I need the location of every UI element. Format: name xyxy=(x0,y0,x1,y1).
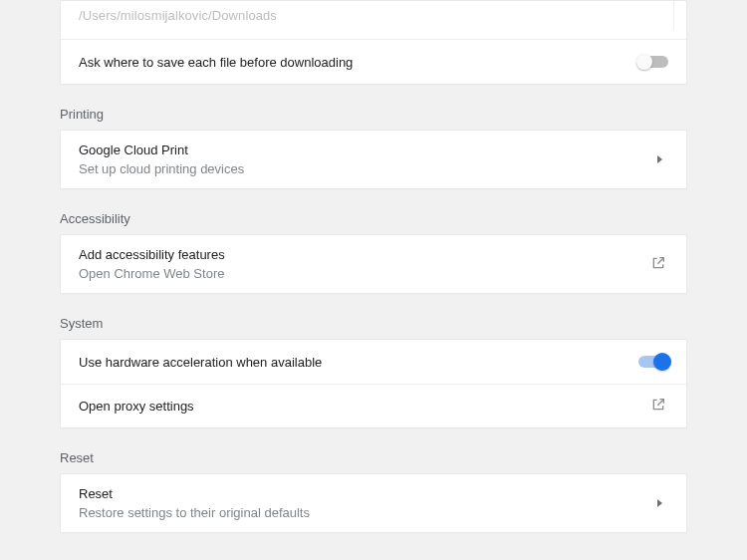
download-location-path: /Users/milosmijalkovic/Downloads xyxy=(79,8,277,23)
accessibility-add-label: Add accessibility features xyxy=(79,247,225,262)
download-location-row: /Users/milosmijalkovic/Downloads xyxy=(61,1,686,40)
cloud-print-sub: Set up cloud printing devices xyxy=(79,161,244,176)
divider xyxy=(673,1,674,29)
google-cloud-print-row[interactable]: Google Cloud Print Set up cloud printing… xyxy=(61,131,686,188)
add-accessibility-row[interactable]: Add accessibility features Open Chrome W… xyxy=(61,235,686,293)
printing-section-title: Printing xyxy=(60,89,687,130)
ask-where-to-save-row: Ask where to save each file before downl… xyxy=(61,40,686,84)
open-proxy-settings-row[interactable]: Open proxy settings xyxy=(61,384,686,427)
ask-where-label: Ask where to save each file before downl… xyxy=(79,55,353,70)
hw-accel-label: Use hardware acceleration when available xyxy=(79,355,322,370)
reset-row[interactable]: Reset Restore settings to their original… xyxy=(61,474,686,532)
external-link-icon xyxy=(650,255,668,274)
chevron-right-icon xyxy=(657,155,662,163)
hardware-acceleration-toggle[interactable] xyxy=(638,356,668,368)
accessibility-add-sub: Open Chrome Web Store xyxy=(79,266,225,281)
ask-where-toggle[interactable] xyxy=(638,56,668,68)
hardware-acceleration-row: Use hardware acceleration when available xyxy=(61,340,686,384)
reset-section-title: Reset xyxy=(60,432,687,473)
chevron-right-icon xyxy=(657,499,662,507)
proxy-label: Open proxy settings xyxy=(79,399,194,414)
reset-label: Reset xyxy=(79,486,310,501)
external-link-icon xyxy=(650,397,668,416)
system-section-title: System xyxy=(60,298,687,339)
cloud-print-label: Google Cloud Print xyxy=(79,142,244,157)
printing-card: Google Cloud Print Set up cloud printing… xyxy=(60,130,687,189)
reset-card: Reset Restore settings to their original… xyxy=(60,473,687,533)
accessibility-section-title: Accessibility xyxy=(60,193,687,234)
system-card: Use hardware acceleration when available… xyxy=(60,339,687,428)
reset-sub: Restore settings to their original defau… xyxy=(79,505,310,520)
downloads-card: /Users/milosmijalkovic/Downloads Ask whe… xyxy=(60,0,687,85)
accessibility-card: Add accessibility features Open Chrome W… xyxy=(60,234,687,294)
